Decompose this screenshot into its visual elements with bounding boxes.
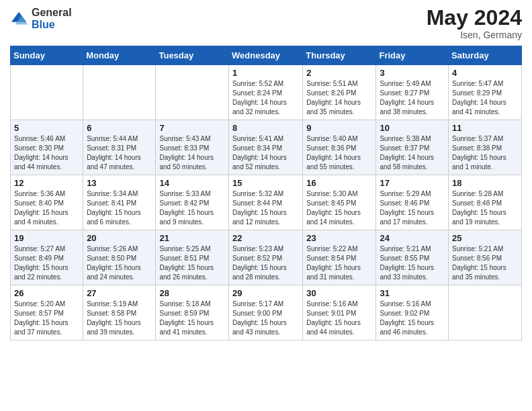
table-row: 16Sunrise: 5:30 AMSunset: 8:45 PMDayligh…: [303, 175, 376, 230]
sunset-text: Sunset: 8:55 PM: [380, 254, 445, 263]
table-row: [83, 65, 156, 120]
table-row: 15Sunrise: 5:32 AMSunset: 8:44 PMDayligh…: [229, 175, 303, 230]
sunset-text: Sunset: 8:48 PM: [452, 199, 518, 208]
table-row: 2Sunrise: 5:51 AMSunset: 8:26 PMDaylight…: [303, 65, 376, 120]
day-number: 28: [159, 288, 225, 298]
day-info: Sunrise: 5:52 AMSunset: 8:24 PMDaylight:…: [232, 79, 299, 117]
sunset-text: Sunset: 9:01 PM: [306, 309, 372, 318]
col-thursday: Thursday: [303, 46, 376, 65]
table-row: 8Sunrise: 5:41 AMSunset: 8:34 PMDaylight…: [229, 120, 303, 175]
sunrise-text: Sunrise: 5:44 AM: [87, 134, 152, 144]
day-info: Sunrise: 5:43 AMSunset: 8:33 PMDaylight:…: [159, 134, 225, 172]
daylight-text: Daylight: 15 hours and 39 minutes.: [87, 318, 152, 337]
day-number: 2: [306, 68, 372, 78]
sunrise-text: Sunrise: 5:34 AM: [87, 189, 152, 199]
day-number: 24: [380, 233, 445, 243]
table-row: 30Sunrise: 5:16 AMSunset: 9:01 PMDayligh…: [303, 285, 376, 340]
calendar-page: General Blue May 2024 Isen, Germany Sund…: [0, 0, 532, 411]
table-row: 3Sunrise: 5:49 AMSunset: 8:27 PMDaylight…: [376, 65, 449, 120]
day-info: Sunrise: 5:32 AMSunset: 8:44 PMDaylight:…: [232, 189, 299, 227]
sunset-text: Sunset: 8:51 PM: [159, 254, 225, 263]
table-row: 9Sunrise: 5:40 AMSunset: 8:36 PMDaylight…: [303, 120, 376, 175]
sunset-text: Sunset: 8:33 PM: [159, 144, 225, 153]
logo-blue: Blue: [32, 19, 55, 30]
sunrise-text: Sunrise: 5:26 AM: [87, 244, 152, 254]
calendar-week-row: 5Sunrise: 5:46 AMSunset: 8:30 PMDaylight…: [11, 120, 522, 175]
sunrise-text: Sunrise: 5:21 AM: [452, 244, 518, 254]
table-row: 31Sunrise: 5:16 AMSunset: 9:02 PMDayligh…: [376, 285, 449, 340]
table-row: 22Sunrise: 5:23 AMSunset: 8:52 PMDayligh…: [229, 230, 303, 285]
daylight-text: Daylight: 14 hours and 41 minutes.: [452, 98, 518, 117]
day-info: Sunrise: 5:23 AMSunset: 8:52 PMDaylight:…: [232, 244, 299, 282]
daylight-text: Daylight: 14 hours and 32 minutes.: [232, 98, 299, 117]
sunset-text: Sunset: 8:29 PM: [452, 89, 518, 98]
daylight-text: Daylight: 15 hours and 12 minutes.: [232, 208, 299, 227]
sunset-text: Sunset: 8:36 PM: [306, 144, 372, 153]
sunset-text: Sunset: 9:00 PM: [232, 309, 299, 318]
page-header: General Blue May 2024 Isen, Germany: [10, 7, 522, 40]
day-number: 20: [87, 233, 152, 243]
day-info: Sunrise: 5:26 AMSunset: 8:50 PMDaylight:…: [87, 244, 152, 282]
daylight-text: Daylight: 14 hours and 44 minutes.: [14, 153, 79, 172]
sunset-text: Sunset: 8:31 PM: [87, 144, 152, 153]
daylight-text: Daylight: 15 hours and 31 minutes.: [306, 263, 372, 282]
day-info: Sunrise: 5:51 AMSunset: 8:26 PMDaylight:…: [306, 79, 372, 117]
table-row: 17Sunrise: 5:29 AMSunset: 8:46 PMDayligh…: [376, 175, 449, 230]
day-number: 19: [14, 233, 79, 243]
sunrise-text: Sunrise: 5:41 AM: [232, 134, 299, 144]
calendar-week-row: 12Sunrise: 5:36 AMSunset: 8:40 PMDayligh…: [11, 175, 522, 230]
day-info: Sunrise: 5:47 AMSunset: 8:29 PMDaylight:…: [452, 79, 518, 117]
day-number: 27: [87, 288, 152, 298]
sunset-text: Sunset: 8:37 PM: [380, 144, 445, 153]
table-row: [156, 65, 229, 120]
day-info: Sunrise: 5:37 AMSunset: 8:38 PMDaylight:…: [452, 134, 518, 172]
sunset-text: Sunset: 8:45 PM: [306, 199, 372, 208]
daylight-text: Daylight: 15 hours and 19 minutes.: [452, 208, 518, 227]
sunrise-text: Sunrise: 5:25 AM: [159, 244, 225, 254]
table-row: 13Sunrise: 5:34 AMSunset: 8:41 PMDayligh…: [83, 175, 156, 230]
logo-text: General Blue: [32, 7, 72, 30]
day-info: Sunrise: 5:29 AMSunset: 8:46 PMDaylight:…: [380, 189, 445, 227]
col-tuesday: Tuesday: [156, 46, 229, 65]
daylight-text: Daylight: 15 hours and 4 minutes.: [14, 208, 79, 227]
daylight-text: Daylight: 15 hours and 1 minute.: [452, 153, 518, 172]
calendar-table: Sunday Monday Tuesday Wednesday Thursday…: [10, 46, 522, 340]
sunset-text: Sunset: 8:27 PM: [380, 89, 445, 98]
day-number: 31: [380, 288, 445, 298]
daylight-text: Daylight: 14 hours and 52 minutes.: [232, 153, 299, 172]
col-saturday: Saturday: [449, 46, 522, 65]
daylight-text: Daylight: 15 hours and 33 minutes.: [380, 263, 445, 282]
day-info: Sunrise: 5:36 AMSunset: 8:40 PMDaylight:…: [14, 189, 79, 227]
sunrise-text: Sunrise: 5:16 AM: [380, 300, 445, 309]
month-year: May 2024: [427, 7, 522, 28]
day-info: Sunrise: 5:17 AMSunset: 9:00 PMDaylight:…: [232, 300, 299, 337]
title-block: May 2024 Isen, Germany: [427, 7, 522, 40]
sunset-text: Sunset: 8:54 PM: [306, 254, 372, 263]
day-number: 15: [232, 178, 299, 188]
day-number: 16: [306, 178, 372, 188]
sunset-text: Sunset: 8:24 PM: [232, 89, 299, 98]
table-row: 7Sunrise: 5:43 AMSunset: 8:33 PMDaylight…: [156, 120, 229, 175]
sunrise-text: Sunrise: 5:20 AM: [14, 300, 79, 309]
sunrise-text: Sunrise: 5:17 AM: [232, 300, 299, 309]
sunset-text: Sunset: 8:26 PM: [306, 89, 372, 98]
day-info: Sunrise: 5:19 AMSunset: 8:58 PMDaylight:…: [87, 300, 152, 337]
day-info: Sunrise: 5:22 AMSunset: 8:54 PMDaylight:…: [306, 244, 372, 282]
daylight-text: Daylight: 15 hours and 37 minutes.: [14, 318, 79, 337]
sunrise-text: Sunrise: 5:21 AM: [380, 244, 445, 254]
calendar-week-row: 19Sunrise: 5:27 AMSunset: 8:49 PMDayligh…: [11, 230, 522, 285]
sunset-text: Sunset: 8:38 PM: [452, 144, 518, 153]
day-number: 7: [159, 123, 225, 133]
table-row: 26Sunrise: 5:20 AMSunset: 8:57 PMDayligh…: [11, 285, 83, 340]
location: Isen, Germany: [427, 30, 522, 40]
table-row: 11Sunrise: 5:37 AMSunset: 8:38 PMDayligh…: [449, 120, 522, 175]
sunrise-text: Sunrise: 5:46 AM: [14, 134, 79, 144]
day-number: 8: [232, 123, 299, 133]
daylight-text: Daylight: 14 hours and 47 minutes.: [87, 153, 152, 172]
day-info: Sunrise: 5:46 AMSunset: 8:30 PMDaylight:…: [14, 134, 79, 172]
sunrise-text: Sunrise: 5:33 AM: [159, 189, 225, 199]
day-number: 1: [232, 68, 299, 78]
daylight-text: Daylight: 14 hours and 50 minutes.: [159, 153, 225, 172]
sunset-text: Sunset: 8:59 PM: [159, 309, 225, 318]
daylight-text: Daylight: 15 hours and 14 minutes.: [306, 208, 372, 227]
